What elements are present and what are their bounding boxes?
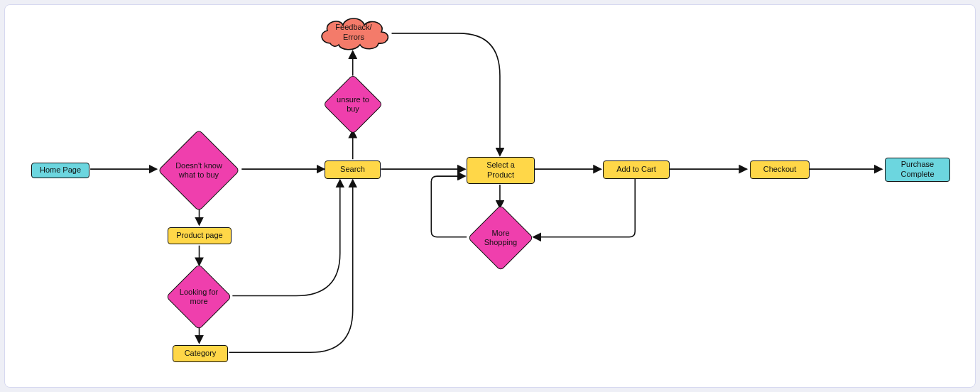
label: Doesn't knowwhat to buy [161,133,236,208]
label: Add to Cart [616,165,656,175]
node-feedback-errors: Feedback/Errors [315,13,393,52]
node-checkout: Checkout [750,160,810,179]
label: Looking formore [167,265,231,329]
node-purchase-complete: PurchaseComplete [885,158,950,182]
node-home-page: Home Page [31,163,89,178]
node-product-page: Product page [168,227,232,244]
node-unsure-to-buy: unsure tobuy [332,83,374,126]
label: Checkout [763,165,796,175]
label: Category [185,349,217,359]
label: Feedback/Errors [335,23,371,43]
node-more-shopping: MoreShopping [477,214,524,261]
node-doesnt-know-what-to-buy: Doesn't knowwhat to buy [170,141,228,200]
node-select-a-product: Select aProduct [467,157,535,184]
label: Search [340,165,365,175]
node-search: Search [325,160,381,179]
label: Select aProduct [486,160,515,180]
label: Product page [176,231,222,241]
node-category: Category [173,345,228,362]
label: MoreShopping [469,206,533,270]
node-looking-for-more: Looking formore [175,273,222,320]
diagram-canvas: Home Page Doesn't knowwhat to buy Produc… [4,4,976,388]
connectors [5,5,975,387]
node-add-to-cart: Add to Cart [603,160,670,179]
label: PurchaseComplete [900,160,934,180]
label: unsure tobuy [323,75,383,134]
label: Home Page [40,165,81,175]
